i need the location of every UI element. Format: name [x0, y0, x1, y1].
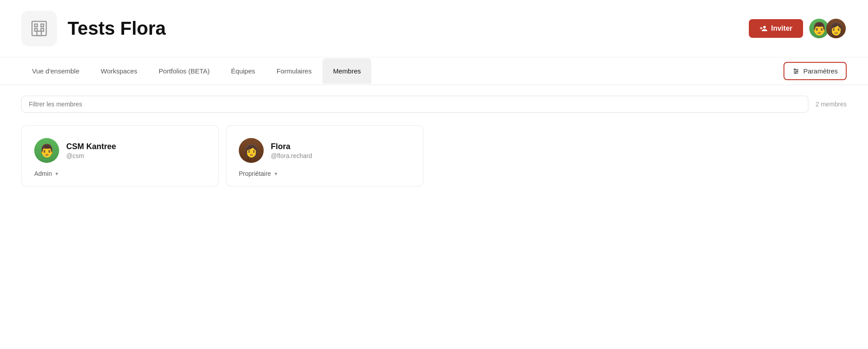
member-avatar-flora: 👩 — [239, 138, 264, 163]
invite-label: Inviter — [771, 24, 792, 32]
member-count: 2 membres — [816, 101, 847, 108]
member-role-label-flora: Propriétaire — [239, 170, 271, 177]
member-handle-flora: @flora.rechard — [271, 152, 410, 159]
member-card-flora: 👩 Flora @flora.rechard Propriétaire ▼ — [226, 125, 423, 187]
flora-emoji: 👩 — [828, 21, 844, 36]
member-avatars: 👨 👩 — [808, 18, 847, 39]
member-details-flora: Flora @flora.rechard — [271, 142, 410, 159]
nav-tabs: Vue d'ensemble Workspaces Portfolios (BE… — [21, 58, 402, 84]
member-role-flora[interactable]: Propriétaire ▼ — [239, 170, 410, 177]
member-card-csm: 👨 CSM Kantree @csm Admin ▼ — [21, 125, 219, 187]
member-name-csm: CSM Kantree — [66, 142, 206, 151]
filter-input[interactable] — [21, 96, 808, 113]
avatar-flora: 👩 — [825, 18, 847, 39]
member-details-csm: CSM Kantree @csm — [66, 142, 206, 159]
member-info-csm: 👨 CSM Kantree @csm — [34, 138, 206, 163]
svg-point-10 — [797, 70, 798, 72]
members-grid: 👨 CSM Kantree @csm Admin ▼ 👩 Flora @flor… — [0, 118, 445, 208]
svg-rect-2 — [41, 24, 44, 27]
svg-rect-5 — [37, 31, 41, 36]
tab-portfolios[interactable]: Portfolios (BETA) — [148, 58, 221, 84]
header-actions: Inviter 👨 👩 — [749, 18, 847, 39]
member-role-label-csm: Admin — [34, 170, 52, 177]
tab-membres[interactable]: Membres — [322, 58, 372, 84]
building-icon — [29, 19, 49, 38]
member-role-csm[interactable]: Admin ▼ — [34, 170, 206, 177]
member-info-flora: 👩 Flora @flora.rechard — [239, 138, 410, 163]
settings-label: Paramètres — [803, 67, 838, 75]
tab-vue-ensemble[interactable]: Vue d'ensemble — [21, 58, 90, 84]
csm-emoji: 👨 — [812, 21, 827, 36]
settings-icon — [792, 68, 800, 75]
page-header: Tests Flora Inviter 👨 👩 — [0, 0, 868, 57]
chevron-down-icon: ▼ — [55, 171, 59, 176]
member-handle-csm: @csm — [66, 152, 206, 159]
filter-bar: 2 membres — [0, 85, 868, 118]
member-avatar-csm: 👨 — [34, 138, 59, 163]
tab-workspaces[interactable]: Workspaces — [90, 58, 148, 84]
org-icon — [21, 11, 57, 46]
nav-bar: Vue d'ensemble Workspaces Portfolios (BE… — [0, 57, 868, 85]
tab-formulaires[interactable]: Formulaires — [266, 58, 322, 84]
invite-button[interactable]: Inviter — [749, 19, 803, 38]
person-add-icon — [760, 24, 768, 32]
svg-point-9 — [794, 69, 796, 70]
page-title: Tests Flora — [68, 18, 749, 39]
svg-point-11 — [795, 72, 796, 73]
member-name-flora: Flora — [271, 142, 410, 151]
svg-rect-1 — [35, 24, 37, 27]
tab-equipes[interactable]: Équipes — [221, 58, 266, 84]
settings-button[interactable]: Paramètres — [784, 62, 847, 80]
chevron-down-icon-flora: ▼ — [273, 171, 278, 176]
